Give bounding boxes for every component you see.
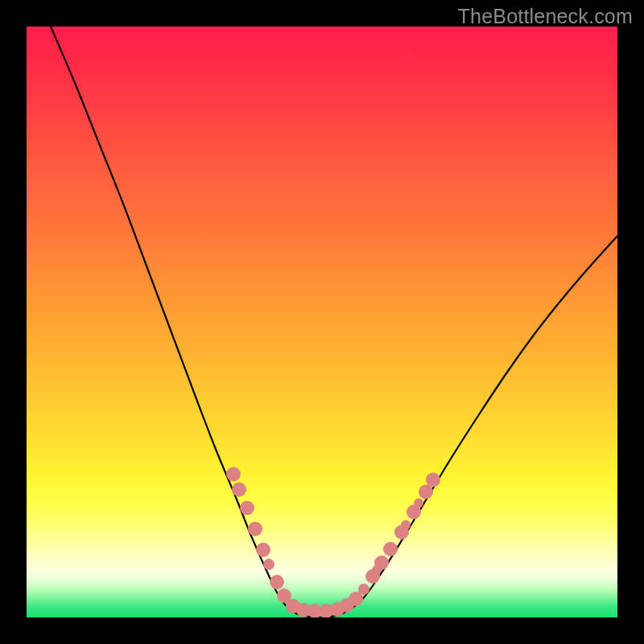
curve-marker bbox=[414, 498, 423, 508]
curve-marker bbox=[358, 584, 369, 595]
curve-marker bbox=[426, 473, 440, 487]
curve-marker bbox=[419, 485, 433, 499]
chart-frame: TheBottleneck.com bbox=[0, 0, 644, 644]
watermark-text: TheBottleneck.com bbox=[458, 5, 633, 28]
curve-marker bbox=[232, 482, 246, 497]
curve-markers bbox=[226, 467, 440, 617]
chart-svg bbox=[27, 27, 617, 617]
curve-marker bbox=[383, 542, 398, 556]
curve-marker bbox=[256, 543, 270, 557]
curve-marker bbox=[226, 467, 241, 481]
curve-marker bbox=[240, 501, 254, 515]
curve-marker bbox=[374, 555, 389, 570]
curve-marker bbox=[401, 520, 411, 530]
curve-marker bbox=[263, 559, 275, 570]
curve-marker bbox=[270, 575, 284, 589]
bottleneck-curve bbox=[51, 27, 617, 617]
curve-marker bbox=[248, 522, 262, 536]
plot-area bbox=[27, 27, 617, 617]
